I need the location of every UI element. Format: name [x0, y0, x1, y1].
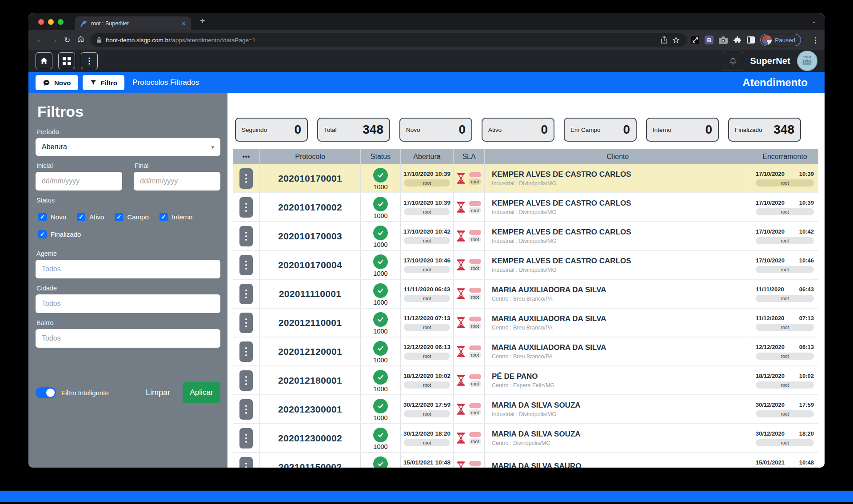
filtro-button[interactable]: Filtro [83, 75, 125, 90]
inicial-date-input[interactable] [36, 172, 122, 190]
sla-owner-label: root [469, 352, 481, 358]
bitwarden-extension-icon[interactable]: B [705, 36, 713, 44]
stat-card[interactable]: Ativo 0 [482, 118, 554, 142]
encerramento-datetime: 15/01/2021 10:48 [756, 459, 814, 466]
extensions-row: B Paused ⋮ [691, 34, 819, 46]
table-row[interactable]: 202010170002 1000 17/10/2020 10:39 root … [233, 193, 818, 222]
checkbox-finalizado[interactable]: ✓Finalizado [38, 230, 81, 238]
row-menu-button[interactable] [239, 370, 253, 391]
abertura-owner-pill: root [404, 410, 450, 417]
smart-filter-toggle[interactable] [36, 387, 56, 398]
minimize-window-button[interactable] [48, 19, 54, 25]
stat-card[interactable]: Seguindo 0 [235, 118, 308, 142]
table-row[interactable]: 202012110001 1000 11/12/2020 07:13 root … [233, 309, 818, 337]
row-menu-button[interactable] [239, 428, 253, 448]
table-row[interactable]: 202012120001 1000 12/12/2020 06:13 root … [233, 337, 818, 366]
header-abertura[interactable]: Abertura [401, 149, 454, 164]
cliente-name: MARIA AUXILIADORA DA SILVA [492, 343, 606, 352]
checkbox-ativo[interactable]: ✓Ativo [77, 213, 104, 221]
novo-button[interactable]: Novo [36, 75, 78, 90]
protocol-number: 202101150002 [260, 453, 361, 468]
status-cell: 1000 [361, 453, 401, 468]
encerramento-time: 10:02 [799, 373, 814, 379]
row-menu-button[interactable] [239, 168, 253, 189]
app-header: ⋮ SuperNet YOUR LOGO HERE [28, 50, 825, 72]
brand-name: SuperNet [750, 56, 790, 66]
filtro-button-label: Filtro [101, 79, 118, 87]
row-menu-button[interactable] [239, 226, 253, 246]
header-encerramento[interactable]: Encerramento [751, 149, 818, 164]
table-row[interactable]: 202012180001 1000 18/12/2020 10:02 root … [233, 366, 818, 395]
row-menu-button[interactable] [239, 399, 253, 420]
limpar-button[interactable]: Limpar [146, 388, 170, 397]
app-header-right: SuperNet YOUR LOGO HERE [723, 51, 817, 71]
row-menu-button[interactable] [239, 313, 253, 333]
table-row[interactable]: 202010170001 1000 17/10/2020 10:39 root … [233, 164, 818, 193]
encerramento-datetime: 17/10/2020 10:39 [756, 199, 814, 206]
header-status[interactable]: Status [361, 149, 401, 164]
stat-card[interactable]: Interno 0 [646, 118, 719, 142]
app-grid-button[interactable] [58, 52, 75, 69]
app-menu-button[interactable]: ⋮ [81, 52, 98, 69]
header-cliente[interactable]: Cliente [485, 149, 751, 164]
agente-input[interactable] [36, 260, 220, 278]
bairro-input[interactable] [36, 329, 220, 348]
row-menu-button[interactable] [239, 284, 253, 304]
cliente-location: Industrial : Divinópolis/MG [492, 411, 556, 417]
table-row[interactable]: 202010170003 1000 17/10/2020 10:42 root … [233, 222, 818, 251]
checkbox-campo[interactable]: ✓Campo [115, 213, 148, 221]
table-row[interactable]: 202012300001 1000 30/12/2020 17:59 root … [233, 395, 818, 424]
cidade-input[interactable] [36, 294, 220, 313]
stat-card[interactable]: Em Campo 0 [564, 118, 637, 142]
back-button[interactable]: ← [34, 36, 47, 44]
stat-card[interactable]: Finalizado 348 [728, 118, 801, 142]
protocol-number: 202010170001 [260, 164, 361, 192]
abertura-datetime: 30/12/2020 18:20 [403, 430, 450, 437]
extensions-puzzle-icon[interactable] [733, 36, 741, 44]
final-date-input[interactable] [134, 172, 220, 190]
forward-button[interactable]: → [47, 36, 60, 44]
fullscreen-window-button[interactable] [58, 19, 64, 25]
share-icon[interactable] [661, 36, 668, 44]
table-row[interactable]: 202011110001 1000 11/11/2020 06:43 root … [233, 280, 818, 309]
browser-home-button[interactable] [74, 35, 87, 45]
row-menu-button[interactable] [239, 255, 253, 275]
header-protocolo[interactable]: Protocolo [260, 149, 361, 164]
row-menu-button[interactable] [239, 341, 253, 362]
row-menu-button[interactable] [239, 457, 253, 468]
new-tab-button[interactable]: + [200, 16, 205, 26]
header-sla[interactable]: SLA [454, 149, 485, 164]
camera-extension-icon[interactable] [719, 36, 728, 44]
stat-card[interactable]: Novo 0 [399, 118, 472, 142]
table-row[interactable]: 202101150002 1000 15/01/2021 10:48 root … [233, 453, 818, 468]
browser-tab[interactable]: root : SuperNet × [75, 16, 191, 30]
address-bar[interactable]: front-demo.sisgp.com.br/apps/atendimento… [91, 33, 687, 47]
table-row[interactable]: 202012300002 1000 30/12/2020 18:20 root … [233, 424, 818, 453]
checkbox-finalizado-label: Finalizado [51, 230, 81, 238]
sla-owner-label: root [469, 409, 481, 416]
app-home-button[interactable] [36, 52, 52, 69]
stat-card[interactable]: Total 348 [317, 118, 390, 142]
table-row[interactable]: 202010170004 1000 17/10/2020 10:46 root … [233, 251, 818, 280]
encerramento-owner-pill: root [756, 208, 814, 215]
row-menu-button[interactable] [239, 197, 253, 218]
encerramento-datetime: 30/12/2020 18:20 [756, 430, 814, 437]
protocol-number: 202010170003 [260, 222, 361, 250]
checkbox-interno[interactable]: ✓Interno [159, 213, 193, 221]
screen-capture-icon[interactable] [691, 36, 699, 44]
bookmark-star-icon[interactable] [672, 36, 680, 44]
checkbox-novo[interactable]: ✓Novo [38, 213, 66, 221]
aplicar-button[interactable]: Aplicar [183, 382, 220, 403]
encerramento-cell: 17/10/2020 10:39 root [751, 193, 818, 221]
side-panel-icon[interactable] [747, 36, 755, 44]
notifications-button[interactable] [723, 51, 743, 71]
tab-close-icon[interactable]: × [182, 20, 186, 27]
abertura-datetime: 30/12/2020 17:59 [403, 401, 450, 408]
periodo-select[interactable]: Aberura ▾ [36, 138, 220, 156]
logo-text-mid: LOGO [801, 59, 813, 63]
reload-button[interactable]: ↻ [60, 36, 74, 45]
tab-search-chevron-icon[interactable]: ⌄ [811, 17, 817, 24]
close-window-button[interactable] [38, 19, 44, 25]
browser-menu-icon[interactable]: ⋮ [812, 36, 819, 45]
profile-chip[interactable]: Paused [760, 34, 801, 46]
